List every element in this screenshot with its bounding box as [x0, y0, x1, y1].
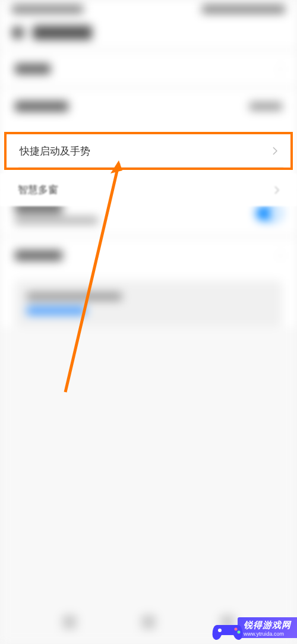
settings-row-blur-3[interactable]: ›: [0, 239, 297, 272]
row-label: [15, 250, 62, 261]
section-4: ›: [0, 239, 297, 327]
highlighted-row-label: 快捷启动及手势: [20, 144, 90, 158]
gamepad-icon: [211, 616, 247, 641]
svg-point-4: [238, 631, 241, 634]
settings-row-blur-1[interactable]: ›: [0, 52, 297, 85]
info-box: [15, 280, 282, 327]
toggle-knob: [269, 207, 281, 219]
row-label: 智慧多窗: [18, 183, 58, 197]
blurred-background: › ›: [0, 0, 297, 644]
chevron-right-icon: ›: [279, 250, 282, 261]
highlighted-settings-row[interactable]: 快捷启动及手势: [4, 132, 293, 170]
watermark: 锐得游戏网 www.ytruida.com: [238, 617, 297, 638]
nav-home-icon[interactable]: [141, 615, 156, 629]
watermark-text-box: 锐得游戏网 www.ytruida.com: [238, 617, 297, 638]
watermark-title: 锐得游戏网: [244, 620, 291, 631]
back-icon[interactable]: [12, 27, 24, 39]
chevron-right-icon: [274, 186, 279, 194]
page-header: [0, 18, 297, 48]
svg-point-2: [218, 629, 222, 632]
info-link[interactable]: [27, 307, 86, 315]
chevron-right-icon: [273, 147, 277, 155]
nav-back-icon[interactable]: [62, 615, 77, 629]
svg-point-3: [235, 628, 238, 631]
watermark-url: www.ytruida.com: [244, 631, 284, 637]
info-text-1: [27, 292, 122, 301]
settings-row-smart-window[interactable]: 智慧多窗: [0, 173, 297, 206]
row-value: [249, 102, 282, 111]
status-time: [12, 5, 83, 14]
section-1: ›: [0, 52, 297, 85]
row-label: [15, 64, 50, 74]
status-indicators: [202, 5, 285, 14]
row-label: [15, 101, 68, 112]
status-bar: [0, 0, 297, 18]
page-title: [33, 26, 92, 40]
toggle-switch[interactable]: [256, 206, 282, 220]
toggle-subtitle: [15, 217, 98, 224]
settings-row-blur-2[interactable]: [0, 90, 297, 122]
chevron-right-icon: ›: [279, 64, 282, 74]
